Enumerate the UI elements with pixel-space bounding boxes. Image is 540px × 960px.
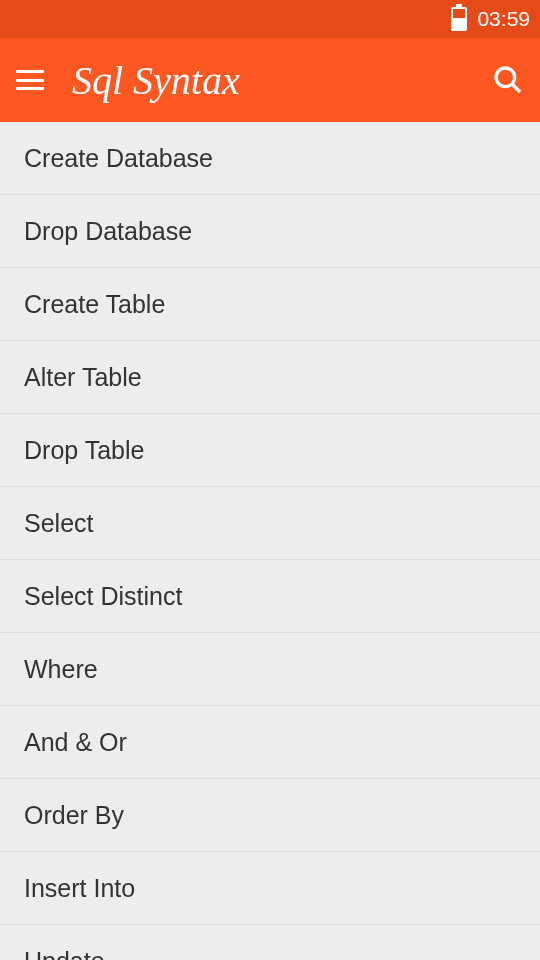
list-item-label: Order By	[24, 801, 124, 830]
list-item-label: Select	[24, 509, 93, 538]
list-item[interactable]: Order By	[0, 779, 540, 852]
list-item[interactable]: Alter Table	[0, 341, 540, 414]
app-bar: Sql Syntax	[0, 38, 540, 122]
list-item-label: Alter Table	[24, 363, 142, 392]
status-bar: 03:59	[0, 0, 540, 38]
svg-line-1	[512, 84, 520, 92]
battery-icon	[451, 7, 467, 31]
list-item[interactable]: Select Distinct	[0, 560, 540, 633]
list-item-label: Insert Into	[24, 874, 135, 903]
list-item-label: Select Distinct	[24, 582, 182, 611]
list-item-label: Where	[24, 655, 98, 684]
list-item[interactable]: Select	[0, 487, 540, 560]
battery-fill	[453, 18, 465, 29]
syntax-list: Create Database Drop Database Create Tab…	[0, 122, 540, 960]
list-item[interactable]: And & Or	[0, 706, 540, 779]
list-item-label: Drop Table	[24, 436, 144, 465]
list-item[interactable]: Drop Database	[0, 195, 540, 268]
list-item-label: Create Table	[24, 290, 165, 319]
list-item[interactable]: Drop Table	[0, 414, 540, 487]
app-title: Sql Syntax	[72, 57, 492, 104]
list-item[interactable]: Update	[0, 925, 540, 960]
list-item-label: And & Or	[24, 728, 127, 757]
list-item-label: Update	[24, 947, 105, 961]
search-icon[interactable]	[492, 64, 524, 96]
status-time: 03:59	[477, 7, 530, 31]
svg-point-0	[496, 68, 515, 87]
list-item-label: Create Database	[24, 144, 213, 173]
list-item[interactable]: Create Database	[0, 122, 540, 195]
list-item[interactable]: Insert Into	[0, 852, 540, 925]
list-item-label: Drop Database	[24, 217, 192, 246]
menu-icon[interactable]	[16, 70, 44, 90]
list-item[interactable]: Create Table	[0, 268, 540, 341]
list-item[interactable]: Where	[0, 633, 540, 706]
